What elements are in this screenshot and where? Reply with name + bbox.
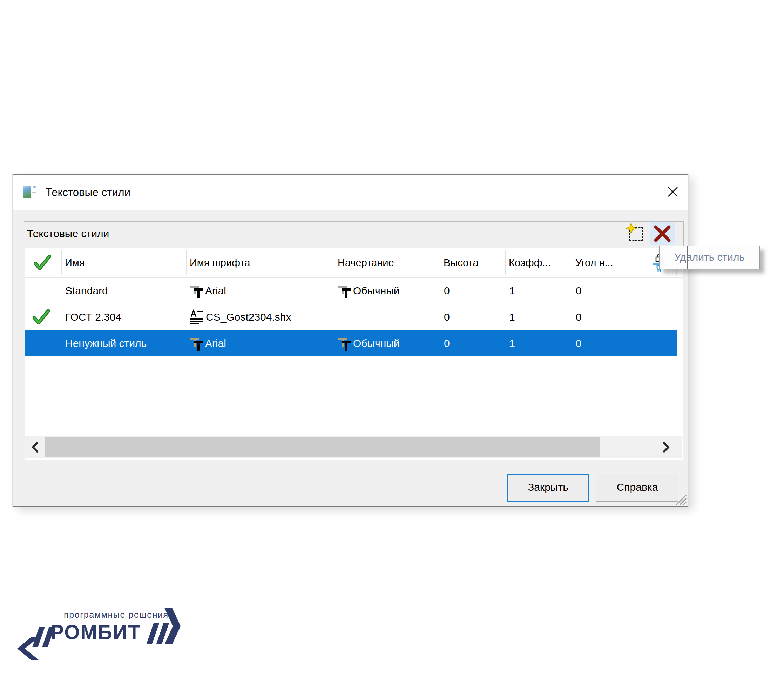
current-style-check-icon bbox=[33, 254, 51, 273]
rombit-logo: программные решения РОМБИТ bbox=[14, 605, 182, 668]
scroll-right-arrow-icon[interactable] bbox=[656, 436, 676, 458]
font-style: Обычный bbox=[353, 285, 400, 297]
text-styles-table: Имя Имя шрифта Начертание Высота Коэфф..… bbox=[25, 248, 683, 460]
table-header: Имя Имя шрифта Начертание Высота Коэфф..… bbox=[25, 248, 683, 278]
text-styles-dialog: Текстовые стили Текстовые стили bbox=[12, 174, 688, 507]
height-value: 0 bbox=[444, 330, 450, 356]
styles-group-bar: Текстовые стили bbox=[24, 222, 684, 246]
styles-group-label: Текстовые стили bbox=[27, 222, 109, 245]
app-window-icon bbox=[22, 185, 37, 199]
font-name: Arial bbox=[205, 337, 226, 349]
col-header-name: Имя bbox=[65, 248, 85, 278]
truetype-font-icon bbox=[189, 335, 203, 351]
truetype-font-icon bbox=[189, 283, 203, 299]
col-header-font: Имя шрифта bbox=[190, 248, 250, 278]
table-row-selected[interactable]: Ненужный стиль Arial Обычный 0 1 bbox=[25, 330, 682, 356]
col-header-style: Начертание bbox=[338, 248, 394, 278]
horizontal-scrollbar[interactable] bbox=[25, 436, 682, 458]
style-name: Ненужный стиль bbox=[65, 330, 146, 356]
scroll-left-arrow-icon[interactable] bbox=[25, 436, 45, 458]
width-factor-value: 1 bbox=[509, 278, 515, 304]
shx-font-icon bbox=[189, 309, 204, 325]
page: { "dialog": { "title": "Текстовые стили"… bbox=[0, 0, 784, 677]
truetype-font-icon bbox=[337, 335, 352, 351]
delete-style-icon bbox=[653, 225, 672, 243]
help-button[interactable]: Справка bbox=[596, 474, 678, 502]
style-name: Standard bbox=[65, 278, 108, 304]
logo-brand: РОМБИТ bbox=[50, 621, 141, 644]
oblique-angle-value: 0 bbox=[576, 330, 582, 356]
dialog-title: Текстовые стили bbox=[45, 175, 131, 210]
logo-tagline: программные решения bbox=[64, 610, 169, 620]
dialog-border-artifact bbox=[687, 245, 688, 269]
font-name: Arial bbox=[205, 285, 226, 297]
dialog-titlebar[interactable]: Текстовые стили bbox=[13, 175, 688, 210]
sparkle-icon bbox=[625, 222, 637, 234]
resize-grip-icon[interactable] bbox=[674, 492, 687, 505]
new-style-button[interactable] bbox=[627, 225, 646, 243]
style-name: ГОСТ 2.304 bbox=[65, 304, 121, 330]
current-style-check-icon bbox=[32, 309, 50, 328]
width-factor-value: 1 bbox=[509, 304, 515, 330]
close-dialog-button[interactable]: Закрыть bbox=[507, 474, 589, 502]
close-icon[interactable] bbox=[664, 184, 681, 200]
col-header-height: Высота bbox=[443, 248, 479, 278]
scrollbar-thumb[interactable] bbox=[45, 437, 600, 457]
truetype-font-icon bbox=[337, 283, 352, 299]
delete-style-tooltip: Удалить стиль bbox=[659, 246, 760, 269]
table-row[interactable]: ГОСТ 2.304 CS_Gost2304.shx 0 1 0 bbox=[25, 304, 682, 330]
delete-style-button[interactable] bbox=[650, 222, 675, 245]
font-name: CS_Gost2304.shx bbox=[206, 311, 291, 323]
oblique-angle-value: 0 bbox=[576, 278, 582, 304]
oblique-angle-value: 0 bbox=[576, 304, 582, 330]
width-factor-value: 1 bbox=[509, 330, 515, 356]
height-value: 0 bbox=[444, 278, 450, 304]
col-header-angle: Угол н... bbox=[576, 248, 613, 278]
font-style: Обычный bbox=[353, 337, 400, 349]
table-row[interactable]: Standard Arial Обычный 0 1 bbox=[25, 278, 682, 304]
col-header-widthfactor: Коэфф... bbox=[509, 248, 551, 278]
height-value: 0 bbox=[444, 304, 450, 330]
